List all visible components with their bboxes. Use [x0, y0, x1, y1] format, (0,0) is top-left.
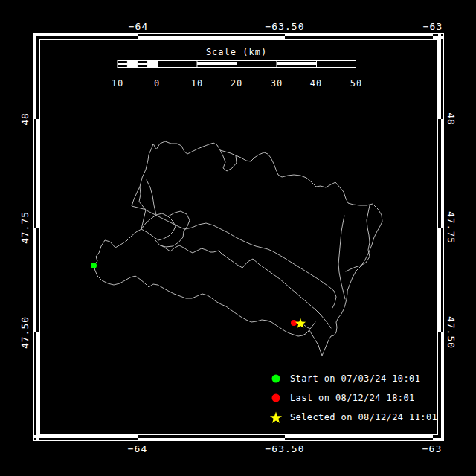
- axis-label-left-0: 48: [19, 112, 30, 126]
- track-segment-7: [346, 205, 370, 271]
- legend-item-selected: Selected on 08/12/24 11:01: [266, 408, 437, 427]
- axis-label-right-0: 48: [446, 112, 457, 126]
- start-point[interactable]: [91, 263, 97, 268]
- track-segment-10: [304, 325, 310, 334]
- legend-label-last: Last on 08/12/24 18:01: [290, 393, 415, 403]
- scalebar-label-0: 10: [112, 78, 123, 89]
- axis-label-bottom-1: −63.50: [266, 443, 305, 454]
- axis-label-right-1: 47.75: [446, 211, 457, 244]
- scalebar-label-3: 20: [231, 78, 242, 89]
- scalebar-label-4: 30: [271, 78, 283, 89]
- axis-label-top-1: −63.50: [266, 21, 305, 32]
- selected-point[interactable]: [295, 318, 306, 329]
- axis-label-top-2: −63: [423, 21, 443, 32]
- axis-label-top-0: −64: [129, 21, 148, 32]
- track-segment-5: [94, 266, 347, 356]
- legend-item-last: Last on 08/12/24 18:01: [266, 388, 437, 408]
- legend: Start on 07/03/24 10:01 Last on 08/12/24…: [266, 369, 437, 427]
- axis-label-left-1: 47.75: [19, 211, 30, 244]
- legend-item-start: Start on 07/03/24 10:01: [266, 369, 437, 388]
- track-segment-1: [132, 187, 336, 308]
- last-point[interactable]: [291, 320, 297, 326]
- selected-marker-icon: [266, 409, 286, 425]
- scalebar-label-2: 10: [191, 78, 203, 89]
- start-marker-icon: [266, 370, 286, 387]
- scalebar-title: Scale (km): [206, 47, 267, 57]
- track-segment-3: [147, 180, 156, 215]
- axis-label-right-2: 47.50: [446, 316, 457, 349]
- scalebar-label-5: 40: [310, 78, 322, 89]
- tracking-map-screen: −64 −63.50 −63 −64 −63.50 −63 48 47.75 4…: [0, 0, 476, 476]
- legend-label-start: Start on 07/03/24 10:01: [290, 373, 420, 384]
- track-segment-6: [338, 216, 345, 299]
- legend-label-selected: Selected on 08/12/24 11:01: [290, 412, 437, 422]
- axis-label-bottom-2: −63: [422, 443, 442, 454]
- track-segment-11: [310, 322, 315, 329]
- axis-label-bottom-0: −64: [128, 443, 147, 454]
- scalebar-label-6: 50: [350, 78, 362, 89]
- scalebar-label-1: 0: [154, 78, 160, 89]
- axis-label-left-2: 47.50: [19, 316, 30, 349]
- last-marker-icon: [266, 390, 286, 406]
- track-segment-9: [161, 245, 331, 328]
- track-segment-8: [220, 150, 237, 171]
- track-segment-2: [141, 213, 176, 240]
